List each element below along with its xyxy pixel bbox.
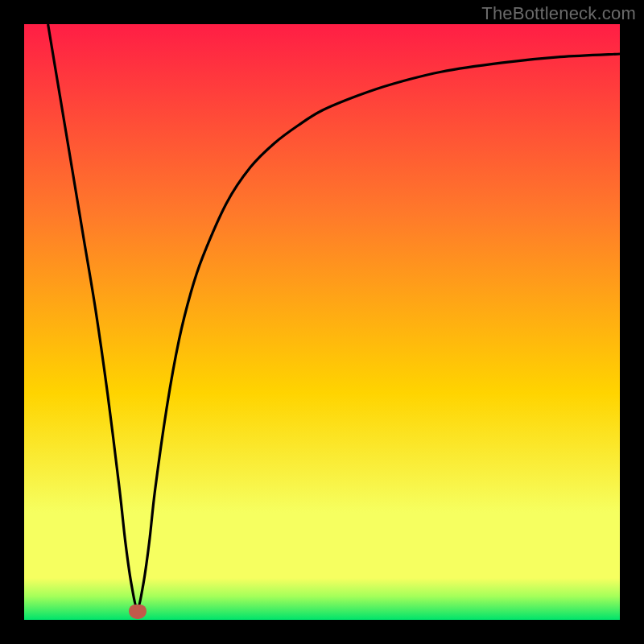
chart-frame: TheBottleneck.com bbox=[0, 0, 644, 644]
svg-rect-0 bbox=[24, 24, 620, 620]
background-gradient bbox=[24, 24, 620, 620]
optimum-marker bbox=[129, 605, 147, 619]
watermark-text: TheBottleneck.com bbox=[481, 3, 636, 24]
plot-area bbox=[24, 24, 620, 620]
